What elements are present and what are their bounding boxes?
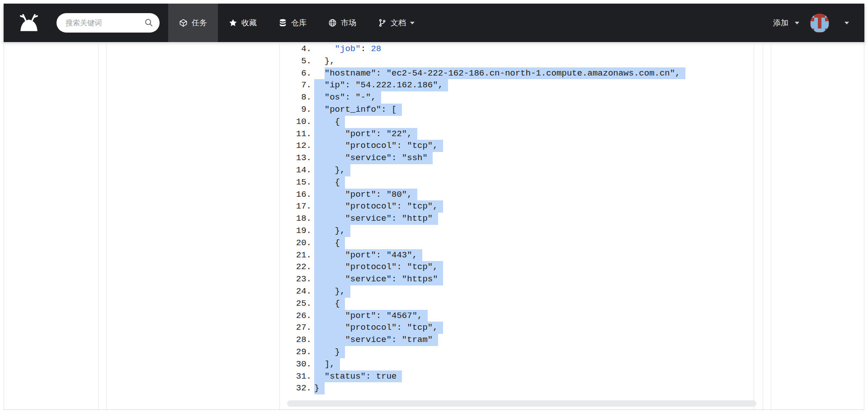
selected-text: "protocol": "tcp", bbox=[314, 200, 443, 213]
code-line-text: "ip": "54.222.162.186", bbox=[314, 79, 448, 91]
line-number: 13. bbox=[287, 152, 311, 164]
selected-text: }, bbox=[314, 164, 350, 176]
table-column-divider bbox=[98, 42, 99, 409]
cube-icon bbox=[179, 19, 188, 27]
selected-text: { bbox=[314, 116, 345, 128]
selected-text: "os": "-", bbox=[314, 91, 381, 104]
add-button-label: 添加 bbox=[773, 18, 788, 28]
selected-text: "port": "22", bbox=[314, 128, 417, 140]
line-number: 11. bbox=[287, 128, 311, 140]
code-line-text: "service": "tram" bbox=[314, 334, 438, 346]
code-line-text: }, bbox=[314, 164, 350, 176]
code-line: 30. ], bbox=[287, 358, 685, 370]
code-line: 31. "status": true bbox=[287, 370, 685, 383]
code-line: 29. } bbox=[287, 346, 685, 358]
code-line-text: "os": "-", bbox=[314, 91, 381, 104]
table-column-divider bbox=[754, 42, 754, 409]
line-number: 10. bbox=[287, 116, 311, 128]
line-number: 23. bbox=[287, 273, 311, 285]
content-table: 4. "job": 285. },6. "hostname": "ec2-54-… bbox=[4, 42, 864, 410]
line-number: 17. bbox=[287, 200, 311, 213]
code-line: 17. "protocol": "tcp", bbox=[287, 200, 685, 213]
code-line: 16. "port": "80", bbox=[287, 189, 685, 201]
selected-text: "service": "tram" bbox=[314, 334, 438, 346]
user-menu-caret-icon[interactable] bbox=[844, 22, 849, 24]
selected-text: ], bbox=[314, 358, 340, 370]
code-line-text: "status": true bbox=[314, 370, 402, 383]
line-number: 14. bbox=[287, 164, 311, 176]
user-avatar[interactable] bbox=[810, 14, 829, 33]
nav-item-docs[interactable]: 文档 bbox=[367, 4, 425, 42]
line-number: 6. bbox=[287, 67, 311, 80]
globe-icon bbox=[328, 19, 337, 27]
code-line: 11. "port": "22", bbox=[287, 128, 685, 140]
code-line: 8. "os": "-", bbox=[287, 91, 685, 104]
line-number: 15. bbox=[287, 176, 311, 189]
code-line-text: { bbox=[314, 116, 345, 128]
code-line-text: ], bbox=[314, 358, 340, 370]
code-line: 24. }, bbox=[287, 285, 685, 298]
code-line: 14. }, bbox=[287, 164, 685, 176]
search-icon[interactable] bbox=[144, 18, 154, 28]
selected-text: "service": "https" bbox=[314, 273, 443, 285]
code-line-text: "protocol": "tcp", bbox=[314, 322, 443, 334]
code-line: 32.} bbox=[287, 382, 685, 394]
nav-item-label: 任务 bbox=[192, 18, 207, 28]
nav-item-favorites[interactable]: 收藏 bbox=[218, 4, 268, 42]
json-code-block[interactable]: 4. "job": 285. },6. "hostname": "ec2-54-… bbox=[287, 43, 685, 394]
code-line-text: "port": "22", bbox=[314, 128, 417, 140]
horizontal-scrollbar[interactable] bbox=[287, 400, 756, 407]
identicon-image bbox=[810, 14, 829, 33]
table-column-divider bbox=[763, 42, 763, 409]
nav-item-repository[interactable]: 仓库 bbox=[268, 4, 317, 42]
code-line-text: "service": "https" bbox=[314, 273, 443, 285]
code-line-text: } bbox=[314, 346, 345, 358]
code-line-text: "port_info": [ bbox=[314, 104, 402, 116]
app-logo[interactable] bbox=[17, 11, 41, 35]
code-line: 7. "ip": "54.222.162.186", bbox=[287, 79, 685, 91]
branch-icon bbox=[378, 19, 387, 27]
line-number: 9. bbox=[287, 104, 311, 116]
code-line: 19. }, bbox=[287, 225, 685, 237]
line-number: 24. bbox=[287, 285, 311, 298]
code-line-text: }, bbox=[314, 55, 335, 67]
code-line: 22. "protocol": "tcp", bbox=[287, 261, 685, 273]
code-line: 15. { bbox=[287, 176, 685, 189]
line-number: 21. bbox=[287, 249, 311, 261]
code-line-text: { bbox=[314, 176, 345, 189]
line-number: 32. bbox=[287, 382, 311, 394]
nav-item-tasks[interactable]: 任务 bbox=[168, 4, 218, 42]
line-number: 29. bbox=[287, 346, 311, 358]
selected-text: "port": "4567", bbox=[314, 310, 428, 322]
line-number: 12. bbox=[287, 140, 311, 152]
selected-text: "protocol": "tcp", bbox=[314, 322, 443, 334]
code-line-text: "service": "http" bbox=[314, 213, 438, 225]
code-line: 5. }, bbox=[287, 55, 685, 67]
top-navbar: 任务收藏仓库市场文档 添加 bbox=[4, 4, 864, 42]
code-line-text: "protocol": "tcp", bbox=[314, 200, 443, 213]
caret-down-icon bbox=[410, 22, 415, 24]
selected-text: } bbox=[314, 346, 345, 358]
add-button[interactable]: 添加 bbox=[773, 18, 799, 28]
main-menu: 任务收藏仓库市场文档 bbox=[168, 4, 425, 42]
code-line-text: "protocol": "tcp", bbox=[314, 261, 443, 273]
star-icon bbox=[229, 19, 237, 27]
nav-item-label: 收藏 bbox=[241, 18, 257, 28]
line-number: 31. bbox=[287, 370, 311, 383]
line-number: 8. bbox=[287, 91, 311, 104]
page: 任务收藏仓库市场文档 添加 4. "job": 285. },6. "hostn… bbox=[0, 0, 868, 413]
line-number: 30. bbox=[287, 358, 311, 370]
code-line: 9. "port_info": [ bbox=[287, 104, 685, 116]
selected-text: "hostname": "ec2-54-222-162-186.cn-north… bbox=[325, 67, 685, 80]
code-line: 10. { bbox=[287, 116, 685, 128]
code-line-text: { bbox=[314, 237, 345, 249]
code-line: 23. "service": "https" bbox=[287, 273, 685, 285]
code-line: 27. "protocol": "tcp", bbox=[287, 322, 685, 334]
nav-item-market[interactable]: 市场 bbox=[317, 4, 367, 42]
bug-mascot-icon bbox=[18, 12, 40, 34]
selected-text: { bbox=[314, 298, 345, 310]
code-line-text: "port": "80", bbox=[314, 189, 417, 201]
nav-item-label: 市场 bbox=[341, 18, 356, 28]
selected-text: "ip": "54.222.162.186", bbox=[314, 79, 448, 91]
code-line: 20. { bbox=[287, 237, 685, 249]
